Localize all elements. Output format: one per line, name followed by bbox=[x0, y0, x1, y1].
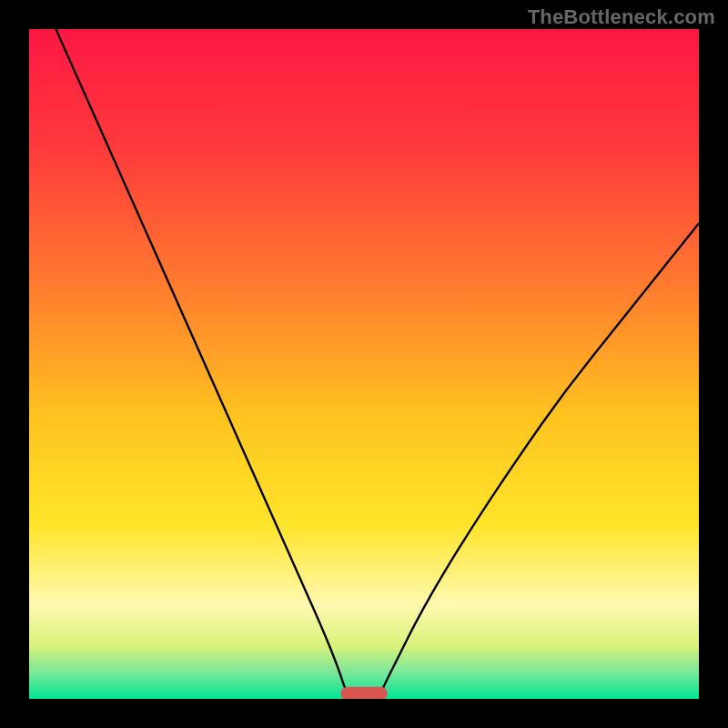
chart-frame: TheBottleneck.com bbox=[0, 0, 728, 728]
watermark-text: TheBottleneck.com bbox=[528, 5, 715, 29]
plot-area bbox=[29, 29, 699, 699]
chart-svg bbox=[29, 29, 699, 699]
chart-background bbox=[29, 29, 699, 699]
minimum-marker bbox=[340, 687, 388, 699]
